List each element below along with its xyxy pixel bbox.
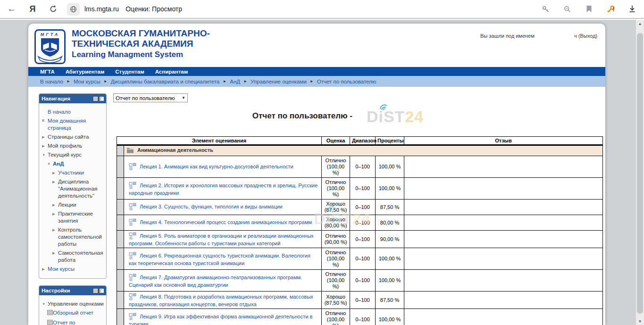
activity-link[interactable]: Лекция 1. Анимация как вид культурно-дос… — [140, 163, 293, 169]
academy-title-line2: ТЕХНИЧЕСКАЯ АКАДЕМИЯ — [72, 39, 210, 49]
window-scrollbar[interactable]: ▲ ▼ — [636, 20, 644, 325]
grade-word: Отлично — [324, 250, 347, 256]
range-cell: 0–100 — [350, 292, 376, 309]
bookmark-icon[interactable] — [584, 4, 594, 14]
grade-item-row: Лекция 2. История и хронология массовых … — [117, 178, 603, 200]
password-key-icon[interactable] — [540, 4, 551, 14]
site-globe-icon[interactable] — [67, 3, 80, 16]
grade-cell: Отлично(100,00 %) — [322, 248, 350, 270]
download-icon[interactable] — [627, 4, 637, 14]
breadcrumb-link[interactable]: АнД — [230, 79, 240, 84]
navigation-tree: В началоМоя домашняя страница▶Страницы с… — [39, 103, 106, 278]
address-bar-url[interactable]: lms.mgta.ru — [84, 5, 119, 13]
logout-link[interactable]: ч (Выход) — [574, 33, 597, 39]
main-nav: МГТААбитуриентамСтудентамАспирантам — [28, 67, 605, 76]
activity-link[interactable]: Лекция 8. Подготовка и разработка анимац… — [129, 294, 313, 307]
grade-item-cell: Лекция 8. Подготовка и разработка анимац… — [124, 292, 322, 309]
report-type-select[interactable]: Отчет по пользователю ▼ — [113, 93, 188, 102]
row-indent-cell — [117, 231, 124, 248]
expand-arrow-icon[interactable]: ▶ — [52, 169, 58, 176]
sidebar-item-label[interactable]: Отчет по пользователю — [53, 319, 105, 325]
percent-cell: 100,00 % — [376, 156, 404, 178]
sidebar-item[interactable]: ▶Мои курсы — [41, 266, 105, 273]
sidebar-item[interactable]: Обзорный отчет — [41, 309, 105, 317]
collapse-arrow-icon[interactable]: ▼ — [42, 300, 48, 308]
table-body: Анимационная деятельностьЛекция 1. Анима… — [117, 145, 603, 325]
expand-arrow-icon[interactable]: ▶ — [52, 226, 58, 248]
column-header: Проценты — [376, 137, 404, 145]
sidebar-item-label: Практические занятия — [58, 210, 105, 225]
breadcrumb-link[interactable]: Управление оценками — [251, 79, 307, 84]
scroll-down-icon[interactable]: ▼ — [636, 317, 644, 325]
sidebar-item-label: Управление оценками — [48, 300, 105, 308]
lesson-icon — [129, 203, 136, 211]
breadcrumb-link[interactable]: В начало — [40, 79, 63, 84]
grade-item-cell: Лекция 1. Анимация как вид культурно-дос… — [124, 156, 322, 178]
refresh-icon[interactable] — [48, 4, 59, 14]
sidebar-item[interactable]: ▶Участники — [41, 169, 105, 176]
back-icon[interactable]: ← — [7, 4, 17, 14]
range-cell: 0–100 — [350, 156, 376, 178]
sidebar-item: ▶Мой профиль — [41, 142, 105, 150]
expand-arrow-icon[interactable]: ▶ — [52, 250, 58, 264]
grade-percent-detail: (87,50 %) — [324, 207, 347, 213]
sidebar-item-label[interactable]: Обзорный отчет — [53, 309, 105, 317]
lesson-icon — [129, 232, 136, 241]
nav-item[interactable]: МГТА — [40, 69, 55, 75]
block-dock-icon[interactable] — [100, 97, 104, 101]
sidebar-item-label[interactable]: АнД — [53, 160, 105, 167]
collapse-arrow-icon[interactable]: ▼ — [47, 160, 53, 167]
activity-link[interactable]: Лекция 2. История и хронология массовых … — [129, 182, 318, 195]
sidebar-item-label[interactable]: Участники — [58, 169, 105, 176]
expand-arrow-icon[interactable]: ▶ — [52, 210, 58, 225]
protect-alert-icon[interactable]: ! — [605, 4, 616, 14]
expand-arrow-icon[interactable]: ▶ — [52, 178, 58, 200]
expand-arrow-icon[interactable]: ▶ — [42, 133, 48, 141]
block-collapse-icon[interactable] — [93, 97, 98, 101]
lesson-icon — [129, 218, 136, 227]
row-indent-cell — [117, 309, 124, 325]
activity-link[interactable]: Лекция 7. Драматургия анимационно-театра… — [129, 274, 302, 287]
nav-item[interactable]: Аспирантам — [155, 69, 188, 75]
sidebar-item[interactable]: ▼АнД — [41, 160, 105, 167]
collapse-arrow-icon[interactable]: ▼ — [42, 151, 48, 158]
nav-item[interactable]: Абитуриентам — [66, 69, 104, 75]
block-collapse-icon[interactable] — [93, 289, 98, 293]
expand-arrow-icon[interactable]: ▶ — [42, 142, 48, 150]
activity-link[interactable]: Лекция 9. Игра как эффективная форма ани… — [129, 313, 312, 325]
grade-item-row: Лекция 4. Технологический процесс создан… — [117, 215, 603, 231]
breadcrumb-link[interactable]: Мои курсы — [74, 79, 100, 84]
expand-arrow-icon[interactable]: ▶ — [42, 266, 48, 273]
row-indent-cell — [117, 292, 124, 309]
report-type-value: Отчет по пользователю — [116, 95, 182, 101]
grade-item-row: Лекция 8. Подготовка и разработка анимац… — [117, 292, 603, 309]
address-bar-page-title[interactable]: Оценки: Просмотр — [125, 5, 182, 13]
sidebar-item-label[interactable]: Мои курсы — [48, 266, 105, 273]
sidebar-item[interactable]: Отчет по пользователю — [41, 319, 105, 325]
grade-cell: Хорошо(87,50 %) — [322, 292, 350, 309]
feedback-cell — [404, 156, 603, 178]
expand-arrow-icon[interactable]: ▶ — [52, 201, 58, 208]
breadcrumb-link[interactable]: Дисциплины бакалавриата и специалитета — [111, 79, 220, 84]
grade-cell: Отлично(100,00 %) — [322, 270, 350, 292]
grade-word: Отлично — [324, 271, 347, 277]
scrollbar-thumb[interactable] — [637, 33, 643, 314]
block-dock-icon[interactable] — [100, 289, 104, 293]
activity-link[interactable]: Лекция 5. Роль аниматоров в организации … — [129, 233, 314, 246]
activity-link[interactable]: Лекция 6. Рекреационная сущность туристс… — [129, 252, 310, 266]
scroll-up-icon[interactable]: ▲ — [636, 20, 644, 27]
grade-word: Отлично — [324, 310, 347, 317]
activity-link[interactable]: Лекция 3. Сущность, функция, типология и… — [140, 204, 283, 209]
sidebar-item-label: Самостоятельная работа — [58, 250, 105, 264]
yandex-browser-icon[interactable]: Я — [27, 4, 38, 14]
feedback-cell — [404, 178, 603, 200]
breadcrumb-link[interactable]: Отчет по пользователю — [317, 79, 376, 84]
percent-cell: 100,00 % — [376, 270, 404, 292]
zoom-page-icon[interactable] — [562, 4, 572, 14]
activity-link[interactable]: Лекция 4. Технологический процесс создан… — [140, 219, 312, 225]
row-indent-cell — [117, 178, 124, 200]
nav-item[interactable]: Студентам — [115, 69, 144, 75]
academy-logo: МГТА — [34, 29, 66, 66]
grade-percent-detail: (100,00 %) — [324, 317, 347, 325]
percent-cell: 80,00 % — [376, 215, 404, 231]
